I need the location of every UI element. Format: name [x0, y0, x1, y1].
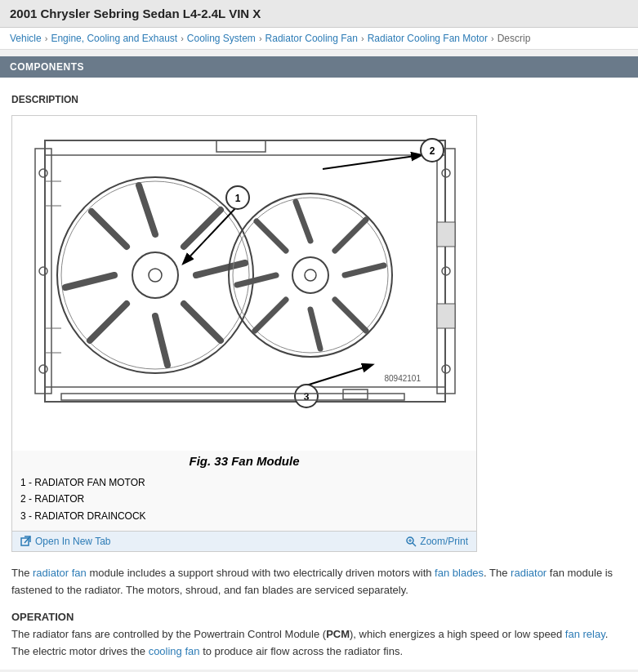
breadcrumb-sep-4: ›	[361, 33, 364, 43]
diagram-label-1: 1 - RADIATOR FAN MOTOR	[20, 474, 468, 491]
svg-line-56	[25, 536, 30, 543]
pcm-bold: PCM	[326, 628, 350, 640]
open-new-tab-link[interactable]: Open In New Tab	[20, 536, 111, 547]
diagram-label-3: 3 - RADIATOR DRAINCOCK	[20, 508, 468, 524]
svg-line-58	[413, 543, 416, 546]
zoom-icon	[405, 536, 417, 547]
breadcrumb-sep-5: ›	[491, 33, 494, 43]
breadcrumb-current: Descrip	[497, 33, 531, 44]
breadcrumb-vehicle[interactable]: Vehicle	[10, 33, 42, 44]
breadcrumb-engine[interactable]: Engine, Cooling and Exhaust	[51, 33, 177, 44]
vehicle-title: 2001 Chrysler Sebring Sedan	[10, 7, 180, 20]
fan-relay-link[interactable]: fan relay	[565, 628, 605, 640]
breadcrumb-sep-1: ›	[45, 33, 48, 43]
diagram-label-2: 2 - RADIATOR	[20, 491, 468, 507]
diagram-footer: Open In New Tab Zoom/Print	[12, 531, 476, 551]
diagram-image-area: 1 2 3 80942101	[12, 116, 476, 451]
breadcrumb-sep-3: ›	[259, 33, 262, 43]
open-tab-icon	[20, 536, 32, 547]
radiator-fan-link-1[interactable]: radiator fan	[33, 567, 87, 579]
svg-point-34	[292, 257, 328, 293]
main-content: DESCRIPTION	[0, 78, 638, 670]
operation-title: OPERATION	[11, 611, 627, 623]
diagram-caption: Fig. 33 Fan Module	[12, 451, 476, 473]
fan-module-svg: 1 2 3 80942101	[20, 124, 468, 443]
breadcrumb-cooling-system[interactable]: Cooling System	[187, 33, 256, 44]
components-bar-label: COMPONENTS	[10, 61, 84, 73]
diagram-labels: 1 - RADIATOR FAN MOTOR 2 - RADIATOR 3 - …	[12, 473, 476, 531]
svg-rect-53	[437, 222, 455, 247]
diagram-svg: 1 2 3 80942101	[20, 124, 468, 443]
description-title: DESCRIPTION	[11, 94, 627, 105]
svg-text:80942101: 80942101	[385, 374, 422, 383]
radiator-link-1[interactable]: radiator	[511, 567, 547, 579]
breadcrumb: Vehicle › Engine, Cooling and Exhaust › …	[0, 28, 638, 50]
breadcrumb-radiator-fan[interactable]: Radiator Cooling Fan	[265, 33, 358, 44]
breadcrumb-fan-motor[interactable]: Radiator Cooling Fan Motor	[368, 33, 488, 44]
svg-text:3: 3	[304, 391, 310, 403]
diagram-container: 1 2 3 80942101	[11, 115, 477, 552]
engine-spec: L4-2.4L VIN X	[183, 7, 261, 20]
svg-text:1: 1	[235, 193, 241, 204]
description-text: The radiator fan module includes a suppo…	[11, 565, 627, 599]
operation-text: The radiator fans are controlled by the …	[11, 626, 627, 661]
svg-point-22	[132, 252, 178, 298]
vehicle-header: 2001 Chrysler Sebring Sedan L4-2.4L VIN …	[0, 0, 638, 28]
fan-blades-link[interactable]: fan blades	[435, 567, 484, 579]
svg-text:2: 2	[430, 145, 435, 157]
zoom-print-link[interactable]: Zoom/Print	[405, 536, 468, 547]
breadcrumb-sep-2: ›	[181, 33, 184, 43]
cooling-fan-link[interactable]: cooling fan	[149, 645, 200, 657]
components-bar: COMPONENTS	[0, 56, 638, 78]
svg-rect-54	[437, 304, 455, 328]
